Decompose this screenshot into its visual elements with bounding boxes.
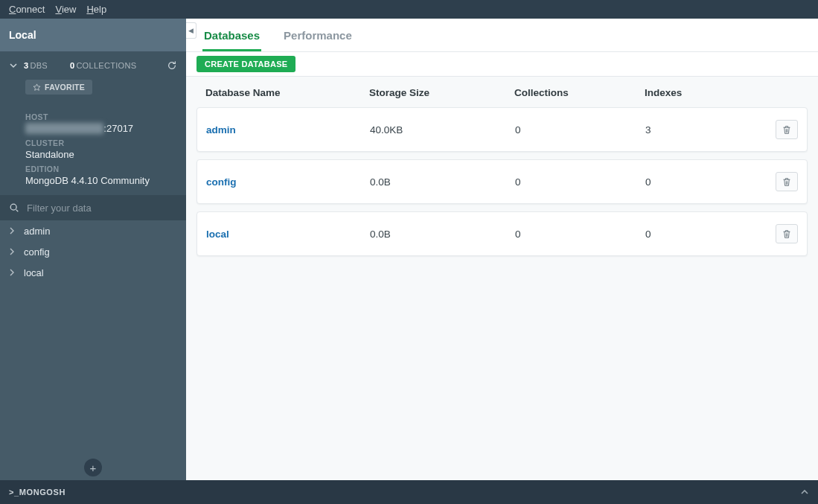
content: Databases Performance CREATE DATABASE Da…	[186, 19, 818, 480]
database-link[interactable]: config	[206, 176, 370, 188]
database-link[interactable]: admin	[206, 124, 370, 135]
indexes-count: 0	[645, 176, 772, 188]
tabs: Databases Performance	[186, 19, 818, 52]
database-link[interactable]: local	[206, 229, 370, 240]
sidebar-footer: +	[0, 455, 186, 480]
menu-connect[interactable]: Connect	[9, 4, 45, 15]
col-storage-size[interactable]: Storage Size	[369, 87, 514, 98]
table-row: config 0.0B 0 0	[196, 159, 808, 204]
cluster-label: CLUSTER	[25, 138, 177, 147]
sidebar-item-label: admin	[24, 226, 50, 237]
trash-icon	[782, 177, 791, 187]
sidebar-item-admin[interactable]: admin	[0, 220, 186, 241]
star-icon	[33, 83, 41, 92]
chevron-right-icon	[9, 269, 16, 276]
trash-icon	[782, 125, 791, 135]
table-row: admin 40.0KB 0 3	[196, 107, 808, 152]
menu-view[interactable]: View	[55, 4, 76, 15]
sidebar: Local 3DBS 0COLLECTIONS FAVORITE	[0, 19, 186, 480]
sidebar-item-label: config	[24, 246, 50, 258]
cluster-value: Standalone	[25, 149, 177, 160]
database-tree: admin config local	[0, 220, 186, 455]
collections-count: 0	[515, 229, 645, 240]
menubar: Connect View Help	[0, 0, 818, 19]
search-icon	[9, 202, 19, 213]
favorite-label: FAVORITE	[45, 83, 85, 92]
collections-count: 0	[515, 176, 645, 188]
chevron-right-icon	[9, 227, 16, 235]
table-row: local 0.0B 0 0	[196, 211, 808, 256]
tab-databases[interactable]: Databases	[202, 20, 261, 51]
collections-count: 0	[515, 124, 645, 135]
chevron-down-icon[interactable]	[9, 61, 19, 70]
filter-input[interactable]	[27, 202, 177, 214]
edition-label: EDITION	[25, 165, 177, 173]
add-database-button[interactable]: +	[84, 459, 102, 476]
host-value: ███████████:27017	[25, 123, 177, 134]
col-collections[interactable]: Collections	[514, 87, 645, 98]
indexes-count: 0	[645, 229, 772, 240]
sidebar-stats: 3DBS 0COLLECTIONS	[0, 51, 186, 80]
col-indexes[interactable]: Indexes	[645, 87, 771, 98]
sidebar-item-label: local	[24, 267, 44, 278]
delete-database-button[interactable]	[776, 172, 798, 191]
menu-help[interactable]: Help	[86, 4, 106, 15]
indexes-count: 3	[645, 124, 772, 135]
chevron-right-icon	[9, 248, 16, 255]
favorite-row: FAVORITE	[0, 80, 186, 102]
filter-row	[0, 195, 186, 220]
tab-performance[interactable]: Performance	[282, 20, 354, 51]
create-database-button[interactable]: CREATE DATABASE	[196, 56, 295, 72]
mongosh-label: >_MONGOSH	[9, 488, 65, 497]
host-label: HOST	[25, 112, 177, 121]
sidebar-collapse-toggle[interactable]: ◀	[186, 22, 196, 39]
edition-value: MongoDB 4.4.10 Community	[25, 175, 177, 186]
svg-point-0	[10, 204, 16, 210]
refresh-icon[interactable]	[167, 60, 177, 71]
storage-size: 40.0KB	[370, 124, 515, 135]
col-database-name[interactable]: Database Name	[205, 87, 369, 98]
toolbar: CREATE DATABASE	[186, 52, 818, 77]
sidebar-item-local[interactable]: local	[0, 262, 186, 283]
connection-meta: HOST ███████████:27017 CLUSTER Standalon…	[0, 102, 186, 195]
delete-database-button[interactable]	[776, 120, 798, 139]
storage-size: 0.0B	[370, 229, 515, 240]
table-header: Database Name Storage Size Collections I…	[196, 77, 808, 107]
connection-name: Local	[0, 19, 186, 51]
sidebar-item-config[interactable]: config	[0, 241, 186, 262]
databases-table: Database Name Storage Size Collections I…	[186, 77, 818, 274]
chevron-up-icon[interactable]	[800, 488, 809, 497]
storage-size: 0.0B	[370, 176, 515, 188]
delete-database-button[interactable]	[776, 224, 798, 243]
mongosh-bar[interactable]: >_MONGOSH	[0, 480, 818, 504]
favorite-button[interactable]: FAVORITE	[25, 80, 92, 95]
trash-icon	[782, 229, 791, 239]
